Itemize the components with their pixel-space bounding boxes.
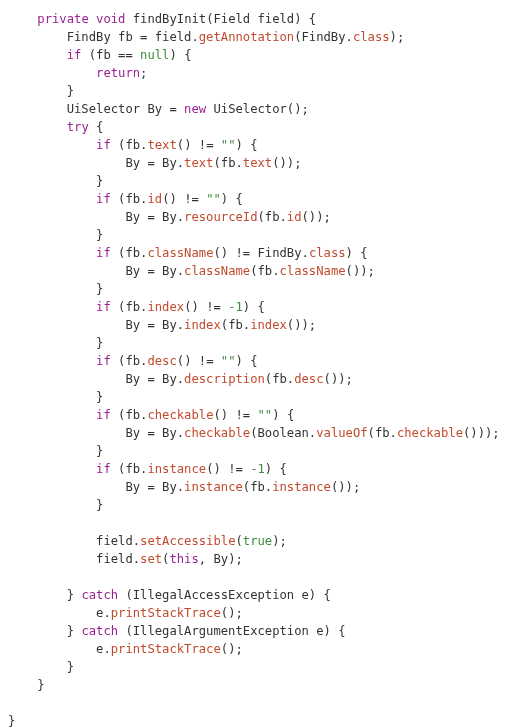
code-block: private void findByInit(Field field) { F… [0, 0, 512, 727]
code-content: private void findByInit(Field field) { F… [8, 12, 500, 727]
